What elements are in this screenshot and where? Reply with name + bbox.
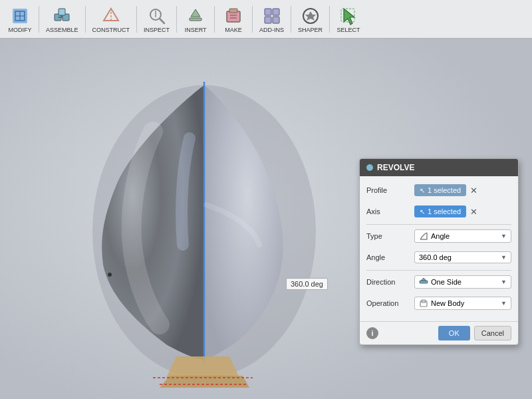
toolbar: MODIFY ASSEMBLE CONSTRUCT: [0, 0, 532, 39]
toolbar-addins[interactable]: ADD-INS: [254, 2, 289, 37]
axis-value: ↖ 1 selected ✕: [414, 205, 511, 217]
shaper-icon: [300, 5, 321, 27]
profile-cursor-icon: ↖: [420, 187, 425, 194]
make-label: MAKE: [225, 27, 242, 33]
type-value: Angle ▼: [414, 229, 511, 243]
axis-selected-btn[interactable]: ↖ 1 selected: [414, 205, 466, 217]
angle-label-text: Angle: [366, 253, 414, 261]
assemble-icon: [51, 5, 72, 27]
svg-rect-25: [273, 17, 279, 23]
toolbar-assemble[interactable]: ASSEMBLE: [41, 2, 84, 37]
svg-marker-27: [305, 11, 316, 21]
operation-value: New Body ▼: [414, 297, 511, 310]
profile-selected-btn[interactable]: ↖ 1 selected: [414, 184, 466, 196]
profile-selected-text: 1 selected: [428, 186, 461, 194]
direction-dropdown-text: One Side: [431, 278, 462, 286]
direction-dropdown-arrow: ▼: [501, 279, 507, 285]
inspect-label: INSPECT: [144, 27, 170, 33]
revolve-body: Profile ↖ 1 selected ✕ Axis ↖ 1 selected: [360, 176, 518, 321]
axis-clear-btn[interactable]: ✕: [469, 207, 479, 217]
angle-row: Angle 360.0 deg ▼: [366, 249, 511, 266]
construct-label: CONSTRUCT: [92, 27, 130, 33]
revolve-footer: i OK Cancel: [360, 321, 518, 344]
revolve-panel: REVOLVE Profile ↖ 1 selected ✕ Axis: [359, 158, 519, 345]
operation-dropdown-arrow: ▼: [501, 300, 507, 307]
construct-icon: [100, 5, 122, 27]
operation-label: Operation: [366, 299, 414, 307]
cancel-button[interactable]: Cancel: [474, 326, 511, 340]
operation-row: Operation New Body ▼: [366, 295, 511, 312]
toolbar-make[interactable]: MAKE: [216, 2, 251, 37]
info-button[interactable]: i: [366, 327, 378, 339]
select-icon: [338, 5, 359, 27]
angle-type-icon: [419, 231, 428, 241]
type-label: Type: [366, 232, 414, 240]
direction-row: Direction One Side ▼: [366, 273, 511, 291]
direction-label: Direction: [366, 278, 414, 286]
svg-point-15: [155, 11, 156, 12]
reference-dot: [108, 273, 112, 277]
type-dropdown-arrow: ▼: [501, 233, 507, 239]
profile-value: ↖ 1 selected ✕: [414, 184, 511, 196]
ok-button[interactable]: OK: [438, 326, 470, 340]
shaper-label: SHAPER: [298, 27, 323, 33]
toolbar-modify[interactable]: MODIFY: [3, 2, 37, 37]
toolbar-shaper[interactable]: SHAPER: [293, 2, 328, 37]
angle-dropdown-text: 360.0 deg: [419, 253, 452, 261]
direction-dropdown[interactable]: One Side ▼: [414, 275, 511, 289]
svg-rect-16: [190, 18, 201, 21]
svg-rect-22: [265, 9, 271, 15]
revolve-title: REVOLVE: [377, 163, 414, 172]
profile-label: Profile: [366, 186, 414, 194]
header-dot: [366, 164, 373, 171]
svg-rect-24: [265, 17, 271, 23]
svg-marker-28: [344, 9, 354, 25]
angle-dropdown[interactable]: 360.0 deg ▼: [414, 251, 511, 263]
viewport: 360.0 deg REVOLVE Profile ↖ 1 selected ✕: [0, 39, 532, 399]
svg-rect-6: [59, 9, 65, 15]
type-row: Type Angle ▼: [366, 227, 511, 245]
addins-label: ADD-INS: [259, 27, 284, 33]
profile-row: Profile ↖ 1 selected ✕: [366, 182, 511, 199]
type-dropdown[interactable]: Angle ▼: [414, 229, 511, 243]
angle-dropdown-arrow: ▼: [501, 254, 507, 261]
modify-icon: [9, 5, 31, 27]
assemble-label: ASSEMBLE: [46, 27, 78, 33]
svg-rect-23: [273, 9, 279, 15]
svg-marker-17: [191, 9, 200, 17]
toolbar-inspect[interactable]: INSPECT: [138, 2, 175, 37]
toolbar-select[interactable]: SELECT: [331, 2, 366, 37]
profile-clear-btn[interactable]: ✕: [469, 186, 479, 196]
svg-marker-38: [421, 278, 426, 281]
revolve-panel-header: REVOLVE: [360, 159, 518, 176]
inspect-icon: [146, 5, 168, 27]
type-dropdown-text: Angle: [431, 232, 450, 240]
operation-dropdown-inner: New Body: [419, 299, 464, 308]
modify-label: MODIFY: [9, 27, 32, 33]
operation-dropdown[interactable]: New Body ▼: [414, 297, 511, 310]
axis-cursor-icon: ↖: [420, 208, 425, 215]
toolbar-construct[interactable]: CONSTRUCT: [87, 2, 136, 37]
direction-icon: [419, 277, 428, 287]
direction-value: One Side ▼: [414, 275, 511, 289]
type-dropdown-inner: Angle: [419, 231, 450, 241]
footer-buttons: OK Cancel: [438, 326, 511, 340]
insert-icon: [185, 5, 206, 27]
svg-rect-37: [420, 281, 428, 283]
direction-dropdown-inner: One Side: [419, 277, 462, 287]
axis-selected-text: 1 selected: [428, 207, 461, 215]
axis-row: Axis ↖ 1 selected ✕: [366, 203, 511, 220]
angle-tooltip: 360.0 deg: [286, 278, 328, 290]
angle-value: 360.0 deg ▼: [414, 251, 511, 263]
operation-icon: [419, 299, 428, 308]
operation-dropdown-text: New Body: [431, 299, 464, 307]
svg-line-13: [160, 19, 164, 23]
insert-label: INSERT: [185, 27, 207, 33]
select-label: SELECT: [337, 27, 360, 33]
axis-label: Axis: [366, 207, 414, 215]
make-icon: [223, 5, 244, 27]
toolbar-insert[interactable]: INSERT: [178, 2, 213, 37]
addins-icon: [261, 5, 283, 27]
svg-rect-19: [229, 9, 237, 13]
